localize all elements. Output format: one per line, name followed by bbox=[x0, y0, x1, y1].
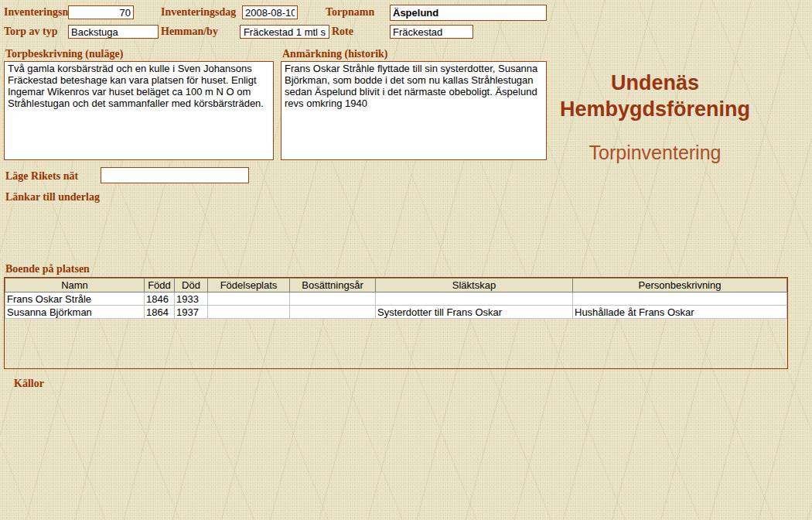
kallor-label: Källor bbox=[14, 378, 44, 390]
column-header-dod: Död bbox=[175, 279, 208, 292]
rote-label: Rote bbox=[332, 26, 353, 38]
cell-bosattningsar bbox=[290, 306, 376, 319]
cell-fodd: 1864 bbox=[145, 306, 175, 319]
torpinventering-form: Inventeringsnr Inventeringsdag Torpnamn … bbox=[0, 0, 812, 520]
boende-pa-platsen-label: Boende på platsen bbox=[5, 263, 90, 275]
column-header-bosattningsar: Bosättningsår bbox=[290, 279, 376, 292]
inventeringsnr-input[interactable] bbox=[68, 5, 134, 19]
column-header-slaktskap: Släktskap bbox=[376, 279, 573, 292]
cell-fodelseplats bbox=[208, 306, 290, 319]
cell-dod: 1933 bbox=[175, 292, 208, 306]
cell-namn: Susanna Björkman bbox=[5, 306, 145, 319]
torpnamn-label: Torpnamn bbox=[326, 6, 374, 19]
page-title: Torpinventering bbox=[531, 142, 780, 164]
hemman-by-input[interactable] bbox=[240, 25, 329, 39]
inventeringsdag-label: Inventeringsdag bbox=[161, 6, 236, 19]
organisation-title-line1: Undenäs bbox=[531, 70, 780, 96]
cell-fodelseplats bbox=[208, 292, 290, 306]
column-header-fodd: Född bbox=[145, 279, 175, 292]
table-header-row: Namn Född Död Födelseplats Bosättningsår… bbox=[5, 279, 787, 292]
inventeringsdag-input[interactable] bbox=[242, 5, 298, 19]
table-row: Frans Oskar Stråle 1846 1933 bbox=[5, 292, 787, 306]
rote-input[interactable] bbox=[390, 25, 473, 39]
lage-rikets-nat-label: Läge Rikets nät bbox=[5, 170, 78, 183]
cell-namn: Frans Oskar Stråle bbox=[5, 292, 145, 306]
torpbeskrivning-label: Torpbeskrivning (nuläge) bbox=[5, 48, 123, 60]
lage-rikets-nat-input[interactable] bbox=[101, 167, 249, 183]
cell-slaktskap bbox=[376, 292, 573, 306]
column-header-fodelseplats: Födelseplats bbox=[208, 279, 290, 292]
table-row: Susanna Björkman 1864 1937 Systerdotter … bbox=[5, 306, 787, 319]
cell-personbeskrivning bbox=[573, 292, 787, 306]
organisation-title-block: Undenäs Hembygdsförening Torpinventering bbox=[531, 70, 780, 164]
column-header-namn: Namn bbox=[5, 279, 145, 292]
column-header-personbeskrivning: Personbeskrivning bbox=[573, 279, 787, 292]
torp-av-typ-input[interactable] bbox=[68, 25, 159, 39]
hemman-by-label: Hemman/by bbox=[161, 26, 218, 38]
torp-av-typ-label: Torp av typ bbox=[4, 26, 58, 38]
boende-table: Namn Född Död Födelseplats Bosättningsår… bbox=[5, 278, 787, 319]
cell-personbeskrivning: Hushållade åt Frans Oskar bbox=[573, 306, 787, 319]
organisation-title-line2: Hembygdsförening bbox=[531, 96, 780, 122]
boende-table-container: Namn Född Död Födelseplats Bosättningsår… bbox=[4, 277, 788, 369]
anmarkning-textarea[interactable]: Frans Oskar Stråhle flyttade till sin sy… bbox=[281, 61, 547, 160]
anmarkning-label: Anmärkning (historik) bbox=[282, 48, 388, 60]
torpnamn-input[interactable] bbox=[390, 5, 547, 21]
cell-slaktskap: Systerdotter till Frans Oskar bbox=[376, 306, 573, 319]
cell-fodd: 1846 bbox=[145, 292, 175, 306]
cell-bosattningsar bbox=[290, 292, 376, 306]
lankar-till-underlag-label: Länkar till underlag bbox=[5, 191, 100, 204]
cell-dod: 1937 bbox=[175, 306, 208, 319]
inventeringsnr-label: Inventeringsnr bbox=[4, 6, 73, 19]
torpbeskrivning-textarea[interactable]: Två gamla korsbärsträd och en kulle i Sv… bbox=[4, 61, 274, 160]
